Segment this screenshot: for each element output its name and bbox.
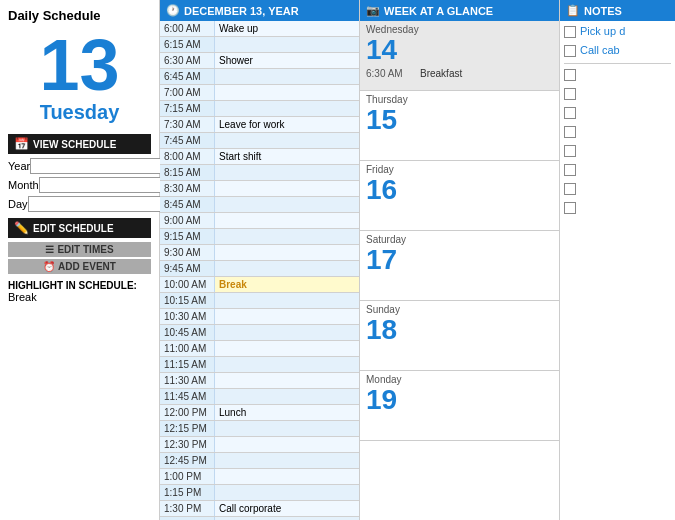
time-row: 9:45 AM xyxy=(160,261,359,277)
time-row: 12:45 PM xyxy=(160,453,359,469)
week-header-text: WEEK AT A GLANCE xyxy=(384,5,493,17)
day-row: Day xyxy=(8,196,151,212)
schedule-column: 🕐 DECEMBER 13, YEAR 6:00 AMWake up6:15 A… xyxy=(160,0,360,520)
time-cell: 10:00 AM xyxy=(160,277,215,292)
event-cell: Lunch xyxy=(215,405,359,420)
time-row: 1:00 PM xyxy=(160,469,359,485)
schedule-body[interactable]: 6:00 AMWake up6:15 AM6:30 AMShower6:45 A… xyxy=(160,21,359,520)
note-text xyxy=(580,106,583,118)
note-row xyxy=(564,125,671,138)
note-checkbox[interactable] xyxy=(564,45,576,57)
note-text xyxy=(580,87,583,99)
time-row: 7:15 AM xyxy=(160,101,359,117)
event-cell xyxy=(215,85,359,100)
clock-icon: ⏰ xyxy=(43,261,55,272)
time-row: 8:30 AM xyxy=(160,181,359,197)
week-day-block: Sunday18 xyxy=(360,301,559,371)
time-row: 9:00 AM xyxy=(160,213,359,229)
month-label: Month xyxy=(8,179,39,191)
note-checkbox[interactable] xyxy=(564,145,576,157)
event-cell xyxy=(215,341,359,356)
week-day-number: 19 xyxy=(360,385,559,416)
time-cell: 10:15 AM xyxy=(160,293,215,308)
event-cell xyxy=(215,229,359,244)
time-cell: 6:15 AM xyxy=(160,37,215,52)
add-event-button[interactable]: ⏰ ADD EVENT xyxy=(8,259,151,274)
note-checkbox[interactable] xyxy=(564,88,576,100)
time-row: 12:30 PM xyxy=(160,437,359,453)
event-cell xyxy=(215,245,359,260)
time-row: 12:15 PM xyxy=(160,421,359,437)
edit-times-label: EDIT TIMES xyxy=(57,244,113,255)
week-day-name: Wednesday xyxy=(360,21,559,35)
note-row xyxy=(564,182,671,195)
time-cell: 8:15 AM xyxy=(160,165,215,180)
week-day-name: Monday xyxy=(360,371,559,385)
time-cell: 9:15 AM xyxy=(160,229,215,244)
week-day-number: 18 xyxy=(360,315,559,346)
note-checkbox[interactable] xyxy=(564,126,576,138)
event-cell xyxy=(215,261,359,276)
time-row: 7:30 AMLeave for work xyxy=(160,117,359,133)
month-input[interactable] xyxy=(39,177,174,193)
week-body[interactable]: Wednesday146:30 AMBreakfastThursday15Fri… xyxy=(360,21,559,520)
time-cell: 10:45 AM xyxy=(160,325,215,340)
time-cell: 6:30 AM xyxy=(160,53,215,68)
week-event-row: 6:30 AMBreakfast xyxy=(360,66,559,81)
week-day-name: Friday xyxy=(360,161,559,175)
time-cell: 6:45 AM xyxy=(160,69,215,84)
schedule-header-text: DECEMBER 13, YEAR xyxy=(184,5,299,17)
event-cell xyxy=(215,421,359,436)
week-day-block: Thursday15 xyxy=(360,91,559,161)
notes-divider xyxy=(564,63,671,64)
note-row xyxy=(564,106,671,119)
edit-icon: ✏️ xyxy=(14,221,29,235)
notes-body: Pick up dCall cab xyxy=(560,21,675,520)
notes-column: 📋 NOTES Pick up dCall cab xyxy=(560,0,675,520)
note-text xyxy=(580,144,583,156)
time-cell: 1:15 PM xyxy=(160,485,215,500)
time-row: 9:15 AM xyxy=(160,229,359,245)
note-checkbox[interactable] xyxy=(564,164,576,176)
note-checkbox[interactable] xyxy=(564,26,576,38)
event-cell xyxy=(215,133,359,148)
note-checkbox[interactable] xyxy=(564,202,576,214)
add-event-label: ADD EVENT xyxy=(58,261,116,272)
week-day-block: Saturday17 xyxy=(360,231,559,301)
event-cell: Wake up xyxy=(215,21,359,36)
event-cell xyxy=(215,357,359,372)
note-checkbox[interactable] xyxy=(564,107,576,119)
schedule-header: 🕐 DECEMBER 13, YEAR xyxy=(160,0,359,21)
event-cell xyxy=(215,325,359,340)
note-text xyxy=(580,125,583,137)
week-column: 📷 WEEK AT A GLANCE Wednesday146:30 AMBre… xyxy=(360,0,560,520)
month-row: Month xyxy=(8,177,151,193)
event-cell: Start shift xyxy=(215,149,359,164)
notes-header-text: NOTES xyxy=(584,5,622,17)
note-row xyxy=(564,201,671,214)
time-cell: 6:00 AM xyxy=(160,21,215,36)
edit-times-button[interactable]: ☰ EDIT TIMES xyxy=(8,242,151,257)
current-date-number: 13 xyxy=(8,29,151,101)
view-schedule-label: VIEW SCHEDULE xyxy=(33,139,116,150)
time-cell: 9:45 AM xyxy=(160,261,215,276)
time-cell: 12:30 PM xyxy=(160,437,215,452)
event-cell xyxy=(215,469,359,484)
week-header: 📷 WEEK AT A GLANCE xyxy=(360,0,559,21)
view-schedule-bar: 📅 VIEW SCHEDULE xyxy=(8,134,151,154)
note-checkbox[interactable] xyxy=(564,69,576,81)
week-day-name: Saturday xyxy=(360,231,559,245)
event-cell xyxy=(215,437,359,452)
time-cell: 12:15 PM xyxy=(160,421,215,436)
note-row: Call cab xyxy=(564,44,671,57)
time-row: 9:30 AM xyxy=(160,245,359,261)
week-day-number: 15 xyxy=(360,105,559,136)
time-cell: 9:30 AM xyxy=(160,245,215,260)
day-input[interactable] xyxy=(28,196,163,212)
note-text: Call cab xyxy=(580,44,620,56)
note-row: Pick up d xyxy=(564,25,671,38)
note-checkbox[interactable] xyxy=(564,183,576,195)
year-input[interactable] xyxy=(30,158,165,174)
note-row xyxy=(564,68,671,81)
time-cell: 10:30 AM xyxy=(160,309,215,324)
